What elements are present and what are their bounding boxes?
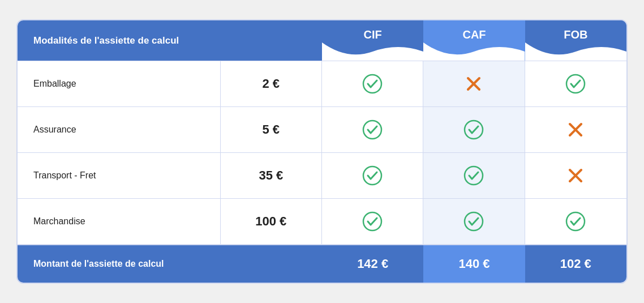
cif-column-header: CIF [322,20,423,61]
row-value-1: 5 € [221,107,322,152]
row-fob-2 [525,153,626,198]
table-row: Emballage 2 € [18,61,626,106]
row-caf-3 [423,199,525,244]
row-cif-1 [322,107,423,152]
caf-label: CAF [423,20,525,42]
svg-point-3 [566,75,585,93]
caf-column-header: CAF [423,20,525,61]
table-row: Assurance 5 € [18,106,626,152]
svg-point-0 [363,75,381,93]
row-fob-3 [525,199,626,244]
footer-caf-value: 140 € [423,245,525,283]
fob-label: FOB [525,20,626,42]
svg-point-8 [363,167,381,185]
row-caf-1 [423,107,525,152]
footer-fob-value: 102 € [525,245,626,283]
row-label-3: Marchandise [18,199,221,244]
svg-point-12 [363,212,381,231]
row-value-0: 2 € [221,61,322,106]
svg-point-5 [465,121,483,139]
row-cif-0 [322,61,423,106]
row-cif-2 [322,153,423,198]
svg-point-13 [465,212,483,231]
svg-point-9 [465,167,483,185]
row-label-0: Emballage [18,61,221,106]
row-label-2: Transport - Fret [18,153,221,198]
footer-label: Montant de l'assiette de calcul [18,245,322,283]
table-footer: Montant de l'assiette de calcul 142 € 14… [18,244,626,283]
table-row: Marchandise 100 € [18,198,626,244]
footer-cif-value: 142 € [322,245,423,283]
caf-wave [423,42,525,61]
table-body: Emballage 2 € Assurance 5 € [18,61,626,244]
row-caf-2 [423,153,525,198]
row-caf-0 [423,61,525,106]
cif-label: CIF [322,20,423,42]
svg-point-14 [566,212,585,231]
comparison-table: Modalités de l'assiette de calcul CIF CA… [16,19,628,284]
row-label-1: Assurance [18,107,221,152]
fob-column-header: FOB [525,20,626,61]
table-row: Transport - Fret 35 € [18,152,626,198]
row-fob-0 [525,61,626,106]
fob-wave [525,42,626,61]
row-cif-3 [322,199,423,244]
row-value-3: 100 € [221,199,322,244]
row-fob-1 [525,107,626,152]
svg-point-4 [363,121,381,139]
table-header: Modalités de l'assiette de calcul CIF CA… [18,20,626,61]
row-value-2: 35 € [221,153,322,198]
cif-wave [322,42,423,61]
header-main-label: Modalités de l'assiette de calcul [18,20,322,61]
